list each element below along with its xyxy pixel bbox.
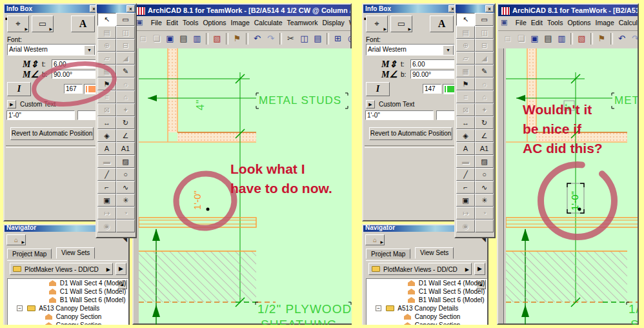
fill-tool-button[interactable]: ▨ — [475, 155, 494, 168]
pencil-tool-button[interactable]: ✎ — [116, 65, 135, 77]
lamp-tool-button[interactable]: ☼ — [116, 77, 135, 90]
next-viewset-button[interactable]: ▶ — [474, 263, 485, 275]
arrow-tool-button[interactable]: ↖ — [456, 13, 475, 26]
beam-tool-button[interactable]: ⊟ — [116, 39, 135, 52]
tree-item[interactable]: − D1 Wall Sect 4 (Model) — [367, 279, 487, 287]
metal-studs-label[interactable]: METAL STUDS — [259, 94, 341, 107]
menu-item[interactable]: Teamwork — [287, 16, 322, 30]
blank-button[interactable] — [475, 220, 494, 232]
text-tool-button[interactable]: A — [456, 142, 475, 155]
custom-text-field-2[interactable] — [436, 110, 456, 120]
dim-1-0-label[interactable]: 1'-0" — [569, 191, 580, 210]
custom-text-field-2[interactable] — [77, 110, 97, 120]
wall-tool-button[interactable]: ▤ — [97, 26, 116, 39]
new-button[interactable]: □ — [501, 32, 514, 46]
hand-tool-button[interactable]: ✦ — [475, 103, 494, 116]
wall-tool-button[interactable]: ▤ — [456, 26, 475, 39]
polyline-tool-button[interactable]: ⌐ — [456, 181, 475, 194]
hotspot-tool-button[interactable]: ✳ — [475, 194, 494, 207]
collapse-icon[interactable]: − — [17, 305, 23, 311]
new-button[interactable]: □ — [136, 32, 150, 46]
document-window-icon[interactable]: ▣ — [501, 18, 507, 26]
mesh-tool-button[interactable]: ▦ — [456, 65, 475, 77]
hotspot-tool-button[interactable]: ✳ — [116, 194, 135, 207]
publish-button[interactable]: ▧ — [210, 32, 224, 46]
zone-tool-button[interactable]: ▬ — [97, 155, 116, 168]
font-select[interactable]: Arial Western ▼ — [7, 44, 96, 56]
zoom-button[interactable]: ◎ — [345, 32, 350, 46]
menu-item[interactable]: File — [516, 16, 530, 30]
line-tool-button[interactable]: ╱ — [97, 168, 116, 181]
dim-1-0-label[interactable]: 1'-0" — [192, 190, 203, 210]
collapse-icon[interactable]: − — [376, 305, 381, 311]
lamp-tool-button[interactable]: ☼ — [475, 77, 494, 90]
open-button[interactable]: ❏ — [514, 32, 528, 46]
text-style-button[interactable]: A — [430, 15, 454, 32]
metal-studs-label[interactable]: METAL STUDS — [614, 94, 638, 107]
menu-item[interactable]: Calculate — [619, 16, 638, 30]
expand-arrow-icon[interactable]: ▶ — [366, 100, 375, 108]
plywood-label-line2[interactable]: SHEATHING — [261, 318, 337, 325]
pen-number-field[interactable]: 167 — [64, 84, 83, 94]
spline-tool-button[interactable]: ∿ — [475, 181, 494, 194]
view-selector-button[interactable]: ⌂▶ — [6, 234, 26, 245]
open-button[interactable]: ❏ — [150, 32, 163, 46]
label-tool-button[interactable]: A1 — [116, 142, 135, 155]
dimension-tool-button[interactable]: ↔ — [97, 116, 116, 129]
hand-tool-button[interactable]: ✦ — [116, 103, 135, 116]
polyline-tool-button[interactable]: ⌐ — [97, 181, 116, 194]
slab-tool-button[interactable]: ▱ — [456, 52, 475, 65]
drawing-area[interactable]: METAL STUDS 4" 1'-0" — [506, 48, 638, 323]
roof-tool-button[interactable]: ◢ — [116, 52, 135, 65]
italic-button[interactable]: I — [366, 82, 390, 96]
spline-tool-button[interactable]: ∿ — [116, 181, 135, 194]
view-set-dropdown[interactable]: PlotMaker Views - DD/CD ▶ — [10, 263, 113, 275]
text-frame-button[interactable]: ▭▶ — [32, 15, 54, 32]
pencil-tool-button[interactable]: ✎ — [475, 65, 494, 77]
detail-tool-button[interactable]: ⚑ — [456, 77, 475, 90]
plywood-label-line1[interactable]: 1/2" PLYWOOD — [257, 302, 352, 316]
camera-tool-button[interactable]: ⊠ — [97, 103, 116, 116]
level-dim-tool-button[interactable]: ◈ — [97, 129, 116, 142]
tree-item[interactable]: − C1 Wall Sect 5 (Model) — [8, 287, 128, 296]
object-tool-button[interactable]: ⌂ — [475, 90, 494, 103]
window-tool-button[interactable]: ◫ — [475, 26, 494, 39]
size-field[interactable]: 6.00 — [410, 59, 456, 68]
angle-dim-tool-button[interactable]: ∠ — [116, 129, 135, 142]
menu-item[interactable]: Tools — [547, 16, 567, 30]
arrow-tool-button[interactable]: ↖ — [97, 13, 116, 26]
roof-tool-button[interactable]: ◢ — [475, 52, 494, 65]
pie-tool-button[interactable]: ◔ — [116, 207, 135, 220]
tree-item[interactable]: − C1 Wall Sect 5 (Model) — [367, 287, 487, 296]
pie-tool-button[interactable]: ◔ — [475, 207, 494, 220]
menu-item[interactable]: Display — [322, 16, 348, 30]
save-button[interactable]: ▣ — [528, 32, 541, 46]
grid-button[interactable]: ⊞ — [331, 32, 345, 46]
undo-button[interactable]: ↶ — [250, 32, 264, 46]
tab-project-map[interactable]: Project Map — [7, 249, 52, 259]
blank-button[interactable] — [116, 220, 135, 232]
view-selector-button[interactable]: ⌂▶ — [365, 234, 385, 245]
revert-button[interactable]: Revert to Automatic Position — [10, 127, 94, 140]
menu-item[interactable]: Image — [596, 16, 618, 30]
undo-button[interactable]: ↶ — [615, 32, 629, 46]
menu-item[interactable]: Window — [349, 16, 350, 30]
circle-tool-button[interactable]: ○ — [116, 168, 135, 181]
dim-4-label[interactable]: 4" — [194, 99, 206, 111]
plot-button[interactable]: ▥ — [555, 32, 569, 46]
stair-tool-button[interactable]: ≡ — [456, 90, 475, 103]
drawing-area[interactable]: 4" METAL STUDS 1'-0" Look w — [139, 48, 352, 323]
teamwork-flag-button[interactable]: ⚑ — [595, 32, 609, 46]
toolpalette-titlebar[interactable]: x — [456, 5, 494, 13]
menu-item[interactable]: Edit — [166, 16, 182, 30]
angle-field[interactable]: 90.00° — [52, 70, 97, 79]
tree-item[interactable]: − A513 Canopy Details — [367, 304, 487, 313]
close-icon[interactable]: x — [485, 5, 494, 12]
marquee-tool-button[interactable]: ▭ — [116, 13, 135, 26]
cut-button[interactable]: ✂ — [284, 32, 297, 46]
italic-button[interactable]: I — [7, 82, 31, 96]
plot-button[interactable]: ▥ — [190, 32, 204, 46]
camera-tool-button[interactable]: ⊠ — [456, 103, 475, 116]
tree-item[interactable]: − B1 Wall Sect 6 (Model) — [8, 296, 128, 304]
level-dim-tool-button[interactable]: ◈ — [456, 129, 475, 142]
